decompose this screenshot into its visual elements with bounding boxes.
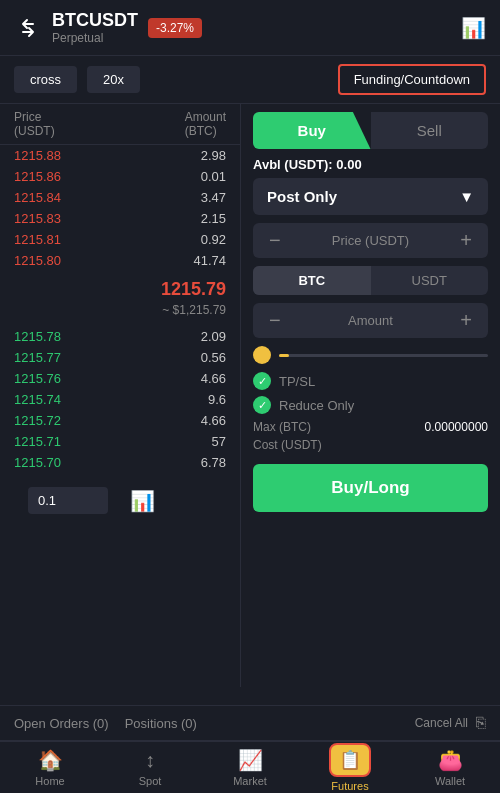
buy-price: 1215.78 (14, 329, 61, 344)
buy-price: 1215.72 (14, 413, 61, 428)
table-row[interactable]: 1215.84 3.47 (0, 187, 240, 208)
amount-col-header: Amount(BTC) (185, 110, 226, 138)
buy-long-button[interactable]: Buy/Long (253, 464, 488, 512)
tab-buy[interactable]: Buy (253, 112, 371, 149)
price-plus-button[interactable]: + (454, 229, 478, 252)
table-row[interactable]: 1215.81 0.92 (0, 229, 240, 250)
mini-chart-icon[interactable]: 📊 (130, 489, 155, 513)
slider-handle[interactable] (253, 346, 271, 364)
bottom-bar: Open Orders (0) Positions (0) Cancel All… (0, 705, 500, 741)
nav-futures[interactable]: 📋 Futures (300, 739, 400, 793)
max-row: Max (BTC) 0.00000000 (253, 420, 488, 434)
cost-row: Cost (USDT) (253, 438, 488, 452)
checkmark-icon: ✓ (258, 375, 267, 388)
price-minus-button[interactable]: − (263, 229, 287, 252)
buy-price: 1215.76 (14, 371, 61, 386)
table-row[interactable]: 1215.86 0.01 (0, 166, 240, 187)
header-left: BTCUSDT Perpetual -3.27% (14, 10, 202, 45)
amount-input-label[interactable]: Amount (287, 313, 455, 328)
nav-spot-label: Spot (139, 775, 162, 787)
sell-price: 1215.86 (14, 169, 61, 184)
sell-price: 1215.81 (14, 232, 61, 247)
market-icon: 📈 (238, 748, 263, 772)
funding-countdown-button[interactable]: Funding/Countdown (338, 64, 486, 95)
order-book: Price(USDT) Amount(BTC) 1215.88 2.98 121… (0, 104, 240, 687)
buy-amount: 4.66 (201, 371, 226, 386)
nav-wallet-label: Wallet (435, 775, 465, 787)
futures-icon: 📋 (339, 749, 361, 771)
slider-fill (279, 354, 289, 357)
table-row[interactable]: 1215.70 6.78 (0, 452, 240, 473)
positions-tab[interactable]: Positions (0) (125, 716, 197, 731)
mid-price[interactable]: 1215.79 ~ $1,215.79 (0, 271, 240, 326)
nav-market-label: Market (233, 775, 267, 787)
amount-minus-button[interactable]: − (263, 309, 287, 332)
sell-amount: 3.47 (201, 190, 226, 205)
cancel-all-button[interactable]: Cancel All (415, 716, 468, 730)
sell-amount: 0.92 (201, 232, 226, 247)
slider-track[interactable] (279, 354, 488, 357)
avbl-label: Avbl (USDT): (253, 157, 333, 172)
buy-amount: 9.6 (208, 392, 226, 407)
ticker-info: BTCUSDT Perpetual (52, 10, 138, 45)
table-row[interactable]: 1215.80 41.74 (0, 250, 240, 271)
buy-amount: 2.09 (201, 329, 226, 344)
tpsl-checkbox[interactable]: ✓ (253, 372, 271, 390)
price-col-header: Price(USDT) (14, 110, 55, 138)
qty-row: 📊 (0, 473, 240, 528)
btc-usdt-toggle: BTC USDT (253, 266, 488, 295)
sell-price: 1215.84 (14, 190, 61, 205)
tpsl-row[interactable]: ✓ TP/SL (253, 372, 488, 390)
table-row[interactable]: 1215.72 4.66 (0, 410, 240, 431)
table-row[interactable]: 1215.71 57 (0, 431, 240, 452)
table-row[interactable]: 1215.74 9.6 (0, 389, 240, 410)
ticker-symbol[interactable]: BTCUSDT (52, 10, 138, 31)
sell-amount: 2.15 (201, 211, 226, 226)
buy-amount: 6.78 (201, 455, 226, 470)
spot-icon: ↕️ (145, 749, 155, 772)
price-input-label[interactable]: Price (USDT) (287, 233, 455, 248)
copy-icon[interactable]: ⎘ (476, 714, 486, 732)
ticker-type: Perpetual (52, 31, 138, 45)
table-row[interactable]: 1215.78 2.09 (0, 326, 240, 347)
nav-wallet[interactable]: 👛 Wallet (400, 744, 500, 791)
table-row[interactable]: 1215.76 4.66 (0, 368, 240, 389)
table-row[interactable]: 1215.83 2.15 (0, 208, 240, 229)
avbl-line: Avbl (USDT): 0.00 (253, 157, 488, 172)
reduce-only-row[interactable]: ✓ Reduce Only (253, 396, 488, 414)
margin-type-button[interactable]: cross (14, 66, 77, 93)
qty-input[interactable] (28, 487, 108, 514)
table-row[interactable]: 1215.77 0.56 (0, 347, 240, 368)
home-icon: 🏠 (38, 748, 63, 772)
swap-icon[interactable] (14, 14, 42, 42)
controls-bar: cross 20x Funding/Countdown (0, 56, 500, 104)
mid-price-value: 1215.79 (14, 279, 226, 300)
reduce-only-label: Reduce Only (279, 398, 354, 413)
max-label: Max (BTC) (253, 420, 311, 434)
tab-sell[interactable]: Sell (371, 112, 489, 149)
buy-price: 1215.70 (14, 455, 61, 470)
nav-spot[interactable]: ↕️ Spot (100, 745, 200, 791)
nav-bar: 🏠 Home ↕️ Spot 📈 Market 📋 Futures 👛 Wall… (0, 741, 500, 793)
cost-label: Cost (USDT) (253, 438, 322, 452)
buy-sell-tabs: Buy Sell (253, 112, 488, 149)
amount-input-row: − Amount + (253, 303, 488, 338)
table-row[interactable]: 1215.88 2.98 (0, 145, 240, 166)
leverage-button[interactable]: 20x (87, 66, 140, 93)
order-type-label: Post Only (267, 188, 337, 205)
reduce-only-checkbox[interactable]: ✓ (253, 396, 271, 414)
order-type-dropdown[interactable]: Post Only ▼ (253, 178, 488, 215)
order-book-sells: 1215.88 2.98 1215.86 0.01 1215.84 3.47 1… (0, 145, 240, 271)
nav-market[interactable]: 📈 Market (200, 744, 300, 791)
max-value: 0.00000000 (425, 420, 488, 434)
order-book-header: Price(USDT) Amount(BTC) (0, 104, 240, 145)
chart-icon[interactable]: 📊 (461, 16, 486, 40)
nav-home[interactable]: 🏠 Home (0, 744, 100, 791)
amount-plus-button[interactable]: + (454, 309, 478, 332)
buy-amount: 4.66 (201, 413, 226, 428)
sell-price: 1215.80 (14, 253, 61, 268)
btc-toggle-button[interactable]: BTC (253, 266, 371, 295)
sell-amount: 0.01 (201, 169, 226, 184)
usdt-toggle-button[interactable]: USDT (371, 266, 489, 295)
open-orders-tab[interactable]: Open Orders (0) (14, 716, 109, 731)
